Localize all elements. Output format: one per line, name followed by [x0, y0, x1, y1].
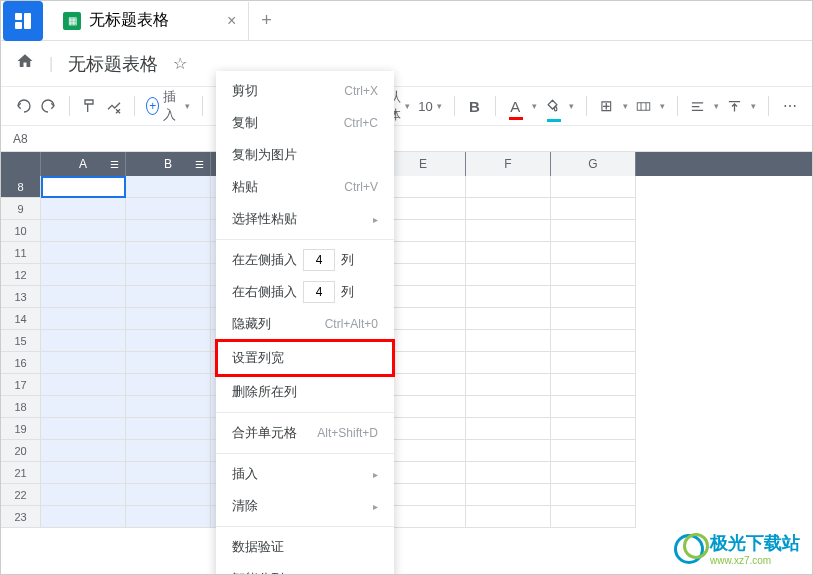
row-header[interactable]: 8	[1, 176, 41, 198]
cell[interactable]	[551, 176, 636, 198]
row-header[interactable]: 17	[1, 374, 41, 396]
menu-insert-right[interactable]: 在右侧插入列	[216, 276, 394, 308]
row-header[interactable]: 15	[1, 330, 41, 352]
cell[interactable]	[466, 264, 551, 286]
menu-insert-left[interactable]: 在左侧插入列	[216, 244, 394, 276]
cell[interactable]	[551, 440, 636, 462]
cell[interactable]	[126, 220, 211, 242]
bold-button[interactable]: B	[466, 92, 482, 120]
menu-cut[interactable]: 剪切Ctrl+X	[216, 75, 394, 107]
row-header[interactable]: 19	[1, 418, 41, 440]
row-header[interactable]: 12	[1, 264, 41, 286]
row-header[interactable]: 23	[1, 506, 41, 528]
cell[interactable]	[551, 308, 636, 330]
cell[interactable]	[126, 308, 211, 330]
cell[interactable]	[41, 352, 126, 374]
insert-dropdown[interactable]: + 插入 ▾	[146, 88, 190, 124]
menu-insert[interactable]: 插入▸	[216, 458, 394, 490]
borders-button[interactable]: ⊞	[598, 92, 614, 120]
cell[interactable]	[41, 418, 126, 440]
row-header[interactable]: 13	[1, 286, 41, 308]
cell[interactable]	[551, 462, 636, 484]
cell[interactable]	[466, 484, 551, 506]
col-header-a[interactable]: A☰	[41, 152, 126, 176]
cell[interactable]	[466, 506, 551, 528]
cell[interactable]	[551, 330, 636, 352]
cell[interactable]	[126, 396, 211, 418]
undo-button[interactable]	[16, 92, 32, 120]
row-header[interactable]: 16	[1, 352, 41, 374]
menu-copy[interactable]: 复制Ctrl+C	[216, 107, 394, 139]
cell[interactable]	[466, 352, 551, 374]
cell[interactable]	[466, 396, 551, 418]
font-size-dropdown[interactable]: 10 ▾	[418, 99, 441, 114]
doc-title[interactable]: 无标题表格	[68, 52, 158, 76]
star-icon[interactable]: ☆	[173, 54, 187, 73]
cell[interactable]	[41, 176, 126, 198]
merge-button[interactable]	[636, 92, 652, 120]
cell[interactable]	[466, 374, 551, 396]
fill-color-button[interactable]	[545, 92, 561, 120]
cell[interactable]	[551, 396, 636, 418]
cell[interactable]	[466, 286, 551, 308]
menu-data-validation[interactable]: 数据验证	[216, 531, 394, 563]
cell[interactable]	[466, 198, 551, 220]
row-header[interactable]: 18	[1, 396, 41, 418]
cell[interactable]	[126, 176, 211, 198]
cell[interactable]	[126, 374, 211, 396]
text-color-button[interactable]: A	[507, 92, 523, 120]
cell[interactable]	[126, 264, 211, 286]
cell[interactable]	[466, 220, 551, 242]
cell[interactable]	[551, 484, 636, 506]
clear-format-button[interactable]	[105, 92, 121, 120]
cell[interactable]	[126, 242, 211, 264]
align-button[interactable]	[690, 92, 706, 120]
menu-copy-as-image[interactable]: 复制为图片	[216, 139, 394, 171]
cell[interactable]	[41, 440, 126, 462]
cell[interactable]	[41, 264, 126, 286]
browser-tab[interactable]: ▦ 无标题表格 ×	[51, 2, 249, 40]
cell[interactable]	[466, 176, 551, 198]
cell[interactable]	[466, 440, 551, 462]
more-button[interactable]: ⋯	[781, 92, 797, 120]
cell[interactable]	[126, 462, 211, 484]
cell[interactable]	[126, 418, 211, 440]
cell[interactable]	[551, 352, 636, 374]
menu-paste[interactable]: 粘贴Ctrl+V	[216, 171, 394, 203]
cell[interactable]	[126, 330, 211, 352]
cell[interactable]	[126, 484, 211, 506]
cell[interactable]	[41, 462, 126, 484]
cell[interactable]	[41, 198, 126, 220]
cell[interactable]	[41, 308, 126, 330]
menu-hide-column[interactable]: 隐藏列Ctrl+Alt+0	[216, 308, 394, 340]
redo-button[interactable]	[40, 92, 56, 120]
cell[interactable]	[41, 396, 126, 418]
cell[interactable]	[551, 198, 636, 220]
row-header[interactable]: 14	[1, 308, 41, 330]
cell[interactable]	[551, 418, 636, 440]
row-header[interactable]: 22	[1, 484, 41, 506]
cell[interactable]	[41, 330, 126, 352]
menu-clear[interactable]: 清除▸	[216, 490, 394, 522]
close-icon[interactable]: ×	[227, 12, 236, 30]
col-header-f[interactable]: F	[466, 152, 551, 176]
cell[interactable]	[126, 352, 211, 374]
cell[interactable]	[551, 220, 636, 242]
row-header[interactable]: 10	[1, 220, 41, 242]
add-tab-button[interactable]: +	[249, 10, 284, 31]
insert-right-input[interactable]	[303, 281, 335, 303]
col-header-g[interactable]: G	[551, 152, 636, 176]
menu-delete-column[interactable]: 删除所在列	[216, 376, 394, 408]
menu-smart-split[interactable]: 智能分列▸	[216, 563, 394, 575]
cell[interactable]	[551, 506, 636, 528]
cell[interactable]	[551, 242, 636, 264]
cell[interactable]	[466, 242, 551, 264]
cell[interactable]	[126, 506, 211, 528]
row-header[interactable]: 11	[1, 242, 41, 264]
format-painter-button[interactable]	[81, 92, 97, 120]
cell[interactable]	[551, 286, 636, 308]
cell[interactable]	[126, 440, 211, 462]
cell[interactable]	[466, 462, 551, 484]
cell[interactable]	[466, 308, 551, 330]
cell[interactable]	[41, 242, 126, 264]
